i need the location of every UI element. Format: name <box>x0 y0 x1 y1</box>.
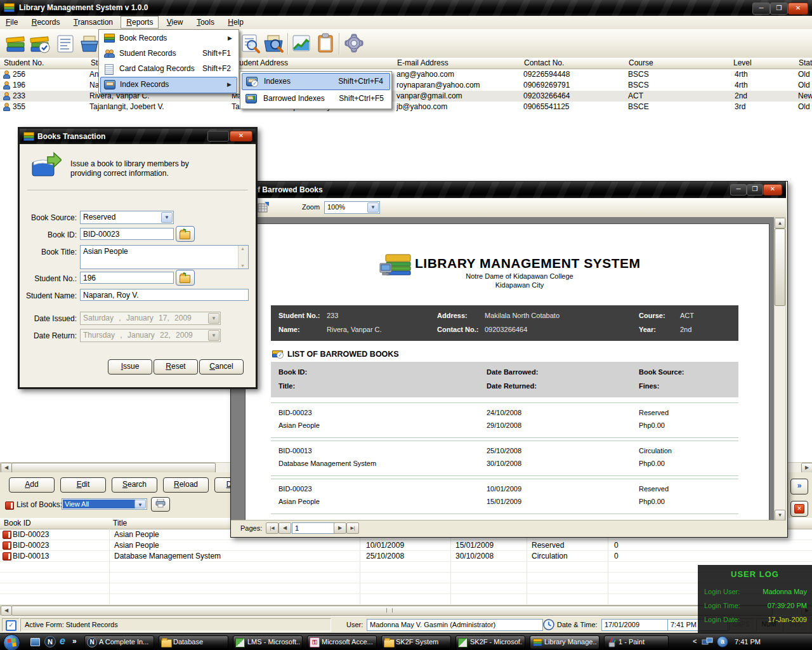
task-sk2f-system[interactable]: SK2F System <box>381 635 451 649</box>
search-button[interactable]: Search <box>112 477 157 493</box>
student-row[interactable]: 355 Tajanlangit, Joebert V. Taran Subdv.… <box>0 102 812 112</box>
scroll-down-icon[interactable]: ▼ <box>240 263 245 268</box>
col-contact[interactable]: Contact No. <box>520 58 625 69</box>
menuitem-indexes[interactable]: ✓ Indexes Shift+Ctrl+F4 <box>242 73 390 90</box>
menu-records[interactable]: Records <box>26 16 66 29</box>
col-student-no[interactable]: Student No. <box>0 58 88 69</box>
zoom-combobox[interactable]: 100% ▼ <box>324 201 380 214</box>
edit-button[interactable]: Edit <box>60 477 106 493</box>
tray-clock[interactable]: 7:41 PM <box>735 638 761 646</box>
next-page-button[interactable]: ▶ <box>334 522 346 534</box>
textarea-scrollbar[interactable]: ▲ ▼ <box>238 246 248 269</box>
report-vscrollbar[interactable]: ▲ ▼ <box>774 217 786 520</box>
book-source-combobox[interactable]: Reserved ▼ <box>80 211 174 224</box>
scroll-thumb[interactable] <box>775 229 785 306</box>
task-database[interactable]: Database <box>159 635 228 649</box>
menuitem-card-catalog-records[interactable]: Card Catalog Records Shift+F2 <box>100 62 237 77</box>
col-level[interactable]: Level <box>730 58 796 69</box>
menuitem-barrowed-indexes[interactable]: ⬆ Barrowed Indexes Shift+Ctrl+F5 <box>242 91 390 107</box>
col-email[interactable]: E-mail Address <box>393 58 521 69</box>
book-filter-combobox[interactable]: View All ▼ <box>62 498 147 510</box>
task-library-management[interactable]: Library Manage... <box>530 635 599 649</box>
scroll-up-button[interactable]: ▲ <box>775 218 785 229</box>
tray-collapse-icon[interactable]: < <box>693 637 697 645</box>
maximize-button[interactable]: ❐ <box>770 3 788 15</box>
reload-button[interactable]: Reload <box>163 477 209 493</box>
quicklaunch-ie-icon[interactable]: e <box>60 635 65 647</box>
quicklaunch-netscape-icon[interactable]: N <box>44 636 56 647</box>
menu-view[interactable]: View <box>161 16 189 29</box>
clipboard-icon[interactable] <box>315 32 336 54</box>
zoom-dropdown-icon[interactable]: ▼ <box>367 202 379 213</box>
quicklaunch-desktop-icon[interactable] <box>30 638 40 646</box>
col-book-id[interactable]: Book ID <box>0 518 110 529</box>
prev-page-button[interactable]: ◀ <box>278 522 291 534</box>
tray-app-icon[interactable]: a <box>717 636 728 647</box>
card-records-icon[interactable] <box>55 32 76 54</box>
card-box-icon[interactable] <box>79 32 100 54</box>
book-source-dropdown-icon[interactable]: ▼ <box>161 212 173 223</box>
filter-dropdown-icon[interactable]: ▼ <box>134 500 146 508</box>
chart-icon[interactable] <box>291 32 312 54</box>
book-row[interactable]: BID-00023 Asian People 10/01/2009 15/01/… <box>0 540 812 550</box>
scroll-down-button[interactable]: ▼ <box>775 510 785 520</box>
col-status[interactable]: Status <box>795 58 812 69</box>
last-page-button[interactable]: ▶| <box>346 522 359 534</box>
tray-network-icon[interactable] <box>702 637 713 647</box>
start-button[interactable] <box>3 634 20 650</box>
task-lms-vb[interactable]: LMS - Microsoft... <box>233 635 303 649</box>
scroll-up-icon[interactable]: ▲ <box>240 246 245 251</box>
menu-reports[interactable]: Reports <box>121 16 159 29</box>
task-sk2f-vb[interactable]: SK2F - Microsof... <box>455 635 525 649</box>
page-number-input[interactable]: 1 <box>292 522 335 534</box>
book-id-input[interactable]: BID-00023 <box>80 228 174 240</box>
cancel-button[interactable]: Cancel <box>199 359 244 375</box>
current-user-box[interactable]: Madonna May V. Gasmin (Administrator) <box>367 619 543 631</box>
book-row[interactable]: BID-00013 Database Management System 25/… <box>0 550 812 561</box>
scroll-left-button[interactable]: ◀ <box>1 463 12 473</box>
issue-button[interactable]: Issue <box>108 359 152 375</box>
more-buttons-button[interactable]: » <box>790 479 808 494</box>
menuitem-index-records[interactable]: Index Records ▶ <box>100 77 237 93</box>
dialog-minimize-button[interactable] <box>207 131 229 142</box>
reset-button[interactable]: Reset <box>154 359 198 375</box>
report-maximize-button[interactable]: ❐ <box>747 184 763 196</box>
quicklaunch-overflow-icon[interactable]: » <box>72 637 77 646</box>
close-list-button[interactable]: ✕ <box>790 501 808 517</box>
scroll-right-button[interactable]: ▶ <box>801 463 812 473</box>
menu-tools[interactable]: Tools <box>191 16 220 29</box>
browse-book-button[interactable]: ↰ <box>176 226 195 242</box>
menu-transaction[interactable]: Transaction <box>68 16 119 29</box>
browse-student-button[interactable]: ↰ <box>176 270 195 286</box>
scroll-left-button[interactable]: ◀ <box>1 606 12 616</box>
close-button[interactable]: ✕ <box>788 3 808 15</box>
menuitem-book-records[interactable]: Book Records ▶ <box>100 31 237 46</box>
student-no-input[interactable]: 196 <box>80 272 174 284</box>
col-course[interactable]: Course <box>625 58 730 69</box>
dialog-close-button[interactable]: ✕ <box>230 131 252 142</box>
books-hscrollbar[interactable]: ◀ ▶ <box>0 605 812 616</box>
search-record-icon[interactable] <box>239 32 261 54</box>
task-paint[interactable]: 1 - Paint <box>604 635 669 649</box>
book-title-textarea[interactable]: Asian People ▲ ▼ <box>80 245 249 269</box>
menu-help[interactable]: Help <box>222 16 249 29</box>
export-icon[interactable] <box>258 202 269 213</box>
report-minimize-button[interactable]: ─ <box>730 184 747 196</box>
report-close-button[interactable]: ✕ <box>763 184 782 196</box>
task-a-complete[interactable]: N A Complete In... <box>84 635 154 649</box>
books-check-icon[interactable] <box>29 32 51 54</box>
menuitem-student-records[interactable]: Student Records Shift+F1 <box>100 46 237 62</box>
student-name-input[interactable]: Naparan, Roy V. <box>80 289 249 301</box>
menu-file[interactable]: File <box>0 16 23 29</box>
books-icon[interactable] <box>5 32 27 54</box>
task-ms-access[interactable]: ⚿ Microsoft Acce... <box>307 635 377 649</box>
search-box-icon[interactable] <box>262 32 285 54</box>
settings-gear-icon[interactable] <box>343 32 365 54</box>
add-button[interactable]: Add <box>9 477 55 493</box>
minimize-button[interactable]: ─ <box>752 3 770 15</box>
print-list-button[interactable] <box>151 497 170 512</box>
col-student-address[interactable]: Student Address <box>228 58 394 69</box>
first-page-button[interactable]: |◀ <box>266 522 278 534</box>
scroll-thumb[interactable] <box>11 463 216 473</box>
date-box[interactable]: 17/01/2009 <box>601 619 669 631</box>
